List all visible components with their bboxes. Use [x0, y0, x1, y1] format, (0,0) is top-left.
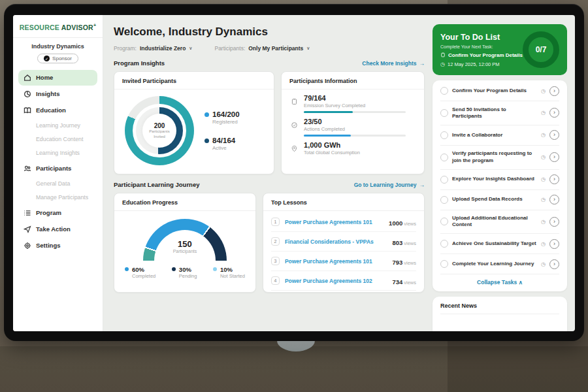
task-row[interactable]: Verify participants requesting to join t… [440, 146, 559, 170]
rank-badge: 3 [271, 257, 280, 265]
lesson-row[interactable]: 5 Power Purchase Agreements 103 600views [271, 291, 416, 293]
lesson-row[interactable]: 4 Power Purchase Agreements 102 734views [271, 271, 416, 291]
card-title: Invited Participants [114, 72, 274, 90]
progress-fill [304, 135, 351, 137]
lesson-row[interactable]: 3 Power Purchase Agreements 101 793views [271, 252, 416, 271]
task-checkbox[interactable] [440, 218, 448, 225]
task-checkbox[interactable] [440, 176, 448, 184]
task-checkbox[interactable] [440, 154, 448, 161]
info-value: 1,000 GWh [304, 141, 415, 149]
lesson-row[interactable]: 1 Power Purchase Agreements 101 1000view… [271, 212, 416, 232]
task-row[interactable]: Upload Additional Educational Content ◷ … [440, 210, 559, 235]
info-value: 79/164 [304, 94, 415, 102]
chevron-right-button[interactable]: › [549, 86, 559, 96]
timer-icon: ◷ [541, 261, 546, 267]
timer-icon: ◷ [541, 176, 546, 182]
sidebar-item-insights[interactable]: Insights [18, 86, 97, 102]
program-dropdown[interactable]: Program: Industrialize Zero ∨ [114, 45, 192, 52]
lesson-link[interactable]: Power Purchase Agreements 102 [285, 278, 387, 284]
program-insights-header: Program Insights Check More Insights → [114, 59, 425, 67]
task-label: Upload Spend Data Records [452, 196, 537, 203]
chevron-down-icon: ∨ [306, 46, 310, 51]
sidebar-item-label: Home [36, 74, 53, 81]
sidebar-item-label: Education [36, 106, 66, 114]
sidebar-item-program[interactable]: Program [18, 205, 97, 221]
participants-information-card: Participants Information 79/164 Emission… [281, 71, 425, 174]
invited-donut-chart: 200 Participants Invited [125, 96, 194, 165]
go-to-learning-journey-link[interactable]: Go to Learning Journey → [354, 182, 425, 188]
chevron-right-button[interactable]: › [549, 174, 559, 184]
participants-dropdown[interactable]: Participants: Only My Participants ∨ [214, 45, 310, 52]
sidebar-item-education[interactable]: Education [18, 103, 97, 118]
sidebar-item-learning-insights[interactable]: Learning Insights [18, 146, 97, 160]
rank-badge: 1 [271, 218, 280, 226]
insights-cards-row: Invited Participants 200 Participants In… [114, 71, 425, 174]
task-checkbox[interactable] [440, 196, 448, 204]
sidebar-item-general-data[interactable]: General Data [18, 177, 97, 191]
sidebar-item-settings[interactable]: Settings [18, 238, 97, 253]
sidebar-item-learning-journey[interactable]: Learning Journey [18, 119, 97, 133]
timer-icon: ◷ [541, 110, 546, 116]
lesson-row[interactable]: 2 Financial Considerations - VPPAs 803vi… [271, 232, 416, 252]
chevron-right-button[interactable]: › [549, 195, 559, 204]
task-row[interactable]: Invite a Collaborator ◷ › [440, 125, 559, 146]
task-row[interactable]: Complete Your Learning Journey ◷ › [440, 254, 559, 274]
sidebar-item-manage-participants[interactable]: Manage Participants [18, 191, 97, 204]
lesson-link[interactable]: Power Purchase Agreements 101 [285, 219, 384, 225]
section-title: Participant Learning Journey [114, 181, 199, 188]
task-row[interactable]: Explore Your Insights Dashboard ◷ › [440, 170, 559, 190]
legend-value: 84/164 [212, 137, 240, 144]
task-checkbox[interactable] [440, 240, 448, 248]
task-row[interactable]: Upload Spend Data Records ◷ › [440, 190, 559, 210]
task-checkbox[interactable] [440, 109, 448, 117]
todo-progress-value: 0/7 [536, 45, 547, 54]
sidebar-item-label: Take Action [36, 225, 71, 233]
timer-icon: ◷ [541, 197, 546, 203]
todo-next-task: Confirm Your Program Details [440, 52, 523, 58]
sidebar-nav: Home Insights Education Learning Journey… [18, 70, 97, 253]
task-row[interactable]: Achieve One Sustainability Target ◷ › [440, 234, 559, 254]
chevron-right-button[interactable]: › [549, 217, 559, 227]
participants-value: Only My Participants [248, 45, 303, 52]
task-checkbox[interactable] [440, 87, 448, 95]
sidebar-item-take-action[interactable]: Take Action [18, 221, 97, 237]
chevron-right-button[interactable]: › [549, 130, 559, 140]
lesson-link[interactable]: Power Purchase Agreements 101 [285, 258, 387, 265]
sidebar-item-home[interactable]: Home [18, 70, 97, 86]
sidebar-item-participants[interactable]: Participants [18, 161, 97, 176]
take-action-icon [24, 225, 31, 233]
sidebar-item-label: Settings [36, 242, 60, 249]
sidebar-item-education-content[interactable]: Education Content [18, 133, 97, 146]
legend-label: Not Started [220, 273, 245, 279]
education-legend: 60% Completed 30% Pending 10% Not Starte… [114, 262, 255, 279]
lesson-link[interactable]: Financial Considerations - VPPAs [285, 238, 387, 245]
desk-shadow [0, 346, 588, 392]
legend-dot [213, 267, 217, 271]
task-row[interactable]: Send 50 Invitations to Participants ◷ › [440, 101, 559, 125]
check-more-insights-link[interactable]: Check More Insights → [362, 60, 425, 67]
org-name: Industry Dynamics [18, 43, 97, 50]
link-label: Check More Insights [362, 60, 416, 67]
task-row[interactable]: Confirm Your Program Details ◷ › [440, 81, 559, 101]
chevron-right-button[interactable]: › [549, 108, 559, 118]
task-checkbox[interactable] [440, 131, 448, 139]
chevron-right-button[interactable]: › [549, 239, 559, 249]
todo-summary-card: Your To Do List Complete Your Next Task:… [433, 24, 567, 75]
legend-label: Active [212, 145, 240, 151]
task-label: Send 50 Invitations to Participants [452, 106, 537, 120]
legend-item-pending: 30% Pending [172, 266, 197, 279]
collapse-tasks-link[interactable]: Collapse Tasks ∧ [440, 274, 559, 287]
arrow-right-icon: → [419, 182, 425, 188]
chevron-right-button[interactable]: › [549, 152, 559, 162]
timer-icon: ◷ [541, 219, 546, 225]
education-gauge-chart: 150 Participants [143, 219, 227, 261]
location-pin-icon [291, 141, 299, 158]
todo-datetime: ◷ 12 May 2025, 12:00 PM [440, 61, 523, 67]
chevron-right-button[interactable]: › [549, 259, 559, 269]
sponsor-badge: ✓ Sponsor [37, 54, 78, 63]
task-checkbox[interactable] [440, 260, 448, 268]
views-count: 734 [392, 278, 402, 286]
views-unit: views [404, 240, 416, 246]
legend-value: 10% [220, 266, 245, 273]
sidebar-item-label: Program [36, 209, 61, 216]
